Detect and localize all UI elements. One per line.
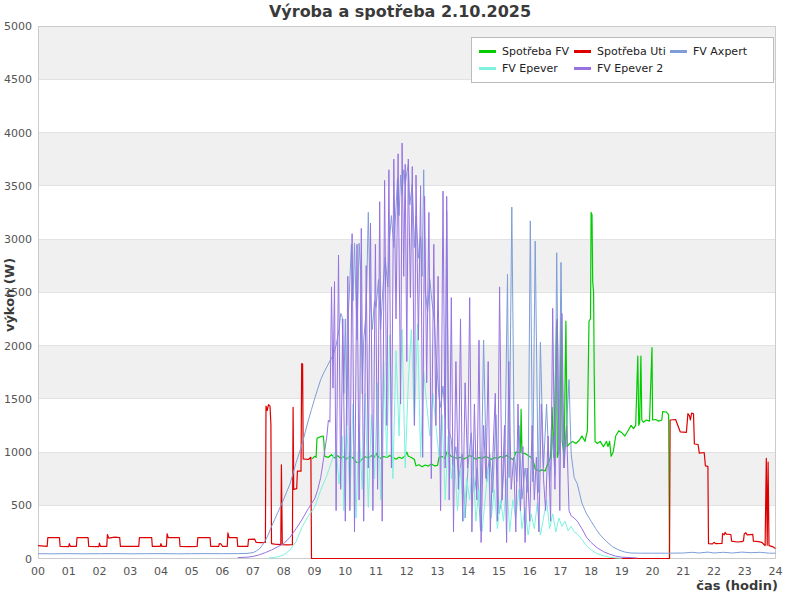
x-tick-label: 13 xyxy=(430,565,444,578)
legend-item: FV Axpert xyxy=(670,45,766,58)
x-axis-title: čas (hodin) xyxy=(696,578,778,593)
x-tick-label: 23 xyxy=(738,565,752,578)
x-tick-label: 21 xyxy=(676,565,690,578)
x-tick-label: 00 xyxy=(31,565,45,578)
legend-swatch-icon xyxy=(479,67,496,70)
legend-label: Spotřeba Uti xyxy=(597,45,666,58)
legend-swatch-icon xyxy=(479,50,496,53)
x-tick-label: 19 xyxy=(615,565,629,578)
y-tick-label: 3500 xyxy=(4,180,32,193)
y-tick-label: 500 xyxy=(11,499,32,512)
legend-swatch-icon xyxy=(670,50,687,53)
chart-figure: Výroba a spotřeba 2.10.2025 výkon (W) 05… xyxy=(0,0,800,600)
x-tick-label: 02 xyxy=(92,565,106,578)
legend-label: Spotřeba FV xyxy=(502,45,569,58)
y-tick-label: 5000 xyxy=(4,20,32,33)
legend-item: FV Epever xyxy=(479,62,574,75)
legend-label: FV Epever xyxy=(502,62,558,75)
y-tick-label: 4500 xyxy=(4,73,32,86)
x-tick-label: 18 xyxy=(584,565,598,578)
legend-swatch-icon xyxy=(574,67,591,70)
plot-area: 0500100015002000250030003500400045005000… xyxy=(0,0,800,600)
x-tick-label: 04 xyxy=(154,565,168,578)
x-tick-label: 01 xyxy=(62,565,76,578)
x-tick-label: 20 xyxy=(646,565,660,578)
grid-band xyxy=(38,452,776,505)
y-tick-label: 2000 xyxy=(4,340,32,353)
y-tick-label: 1500 xyxy=(4,393,32,406)
x-tick-label: 22 xyxy=(707,565,721,578)
grid-band xyxy=(38,239,776,292)
y-tick-label: 1000 xyxy=(4,446,32,459)
legend-item: Spotřeba FV xyxy=(479,45,574,58)
x-tick-label: 15 xyxy=(492,565,506,578)
y-tick-label: 2500 xyxy=(4,286,32,299)
x-tick-label: 17 xyxy=(553,565,567,578)
x-tick-label: 12 xyxy=(400,565,414,578)
x-tick-label: 07 xyxy=(246,565,260,578)
x-tick-label: 10 xyxy=(338,565,352,578)
y-tick-label: 4000 xyxy=(4,127,32,140)
y-tick-label: 3000 xyxy=(4,233,32,246)
x-tick-label: 09 xyxy=(308,565,322,578)
x-tick-label: 08 xyxy=(277,565,291,578)
x-tick-label: 06 xyxy=(215,565,229,578)
x-tick-label: 14 xyxy=(461,565,475,578)
legend-label: FV Axpert xyxy=(693,45,747,58)
legend-label: FV Epever 2 xyxy=(597,62,663,75)
legend-item: Spotřeba Uti xyxy=(574,45,670,58)
legend-item: FV Epever 2 xyxy=(574,62,670,75)
x-tick-label: 24 xyxy=(769,565,783,578)
legend-swatch-icon xyxy=(574,50,591,53)
grid-band xyxy=(38,133,776,186)
x-tick-label: 05 xyxy=(185,565,199,578)
x-tick-label: 03 xyxy=(123,565,137,578)
legend: Spotřeba FVSpotřeba UtiFV AxpertFV Epeve… xyxy=(471,37,774,83)
x-tick-label: 16 xyxy=(523,565,537,578)
x-tick-label: 11 xyxy=(369,565,383,578)
